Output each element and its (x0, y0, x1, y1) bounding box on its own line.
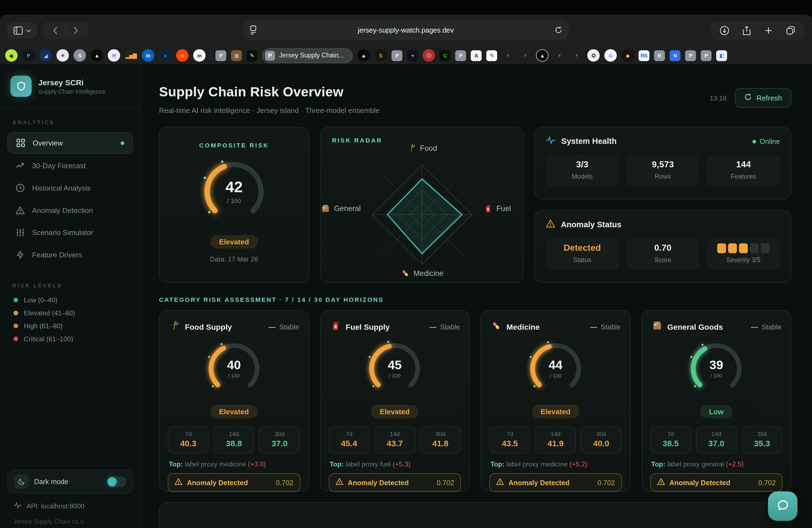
category-cards-row: Food Supply —Stable 40/ 100 Elevated 7d … (159, 310, 791, 491)
warning-triangle-icon (496, 478, 504, 487)
bookmark-favicon[interactable]: ⚡ (553, 49, 566, 62)
sidebar-item-30-day-forecast[interactable]: 30-Day Forecast (7, 156, 133, 176)
downloads-icon[interactable] (720, 26, 729, 35)
trend-icon (15, 161, 25, 171)
category-icon (491, 320, 502, 334)
top-driver-line: Top: label proxy general (+2.5) (650, 460, 782, 468)
legend-item: Elevated (41–60) (0, 307, 140, 320)
legend-dot-icon (14, 311, 18, 316)
bookmark-favicon[interactable]: P (23, 49, 35, 62)
horizon-tile-30d: 30d 37.0 (259, 426, 300, 453)
bookmark-favicon[interactable]: P (215, 50, 226, 61)
bookmark-favicon[interactable]: S (73, 49, 86, 62)
bookmark-favicon[interactable]: ▲ (91, 49, 103, 62)
sidebar-item-feature-drivers[interactable]: Feature Drivers (7, 245, 133, 265)
bookmark-favicon[interactable]: ♥ (407, 50, 418, 61)
bookmark-favicon[interactable]: in (142, 49, 155, 62)
bookmark-favicon[interactable]: ▲ (536, 49, 549, 62)
bookmark-favicon[interactable]: m (193, 49, 205, 62)
bookmark-favicon[interactable]: ✎ (487, 50, 497, 61)
bookmark-favicon[interactable]: A (470, 50, 481, 61)
stable-dash-icon: — (269, 323, 276, 331)
anomaly-status-card: Anomaly Status Detected Status 0.70 Scor… (534, 210, 791, 282)
bookmark-favicon[interactable]: C (440, 50, 450, 61)
bookmark-favicon[interactable]: ⚡ (502, 49, 514, 62)
horizon-tile-7d: 7d 40.3 (168, 426, 209, 453)
share-icon[interactable] (743, 26, 751, 35)
bookmark-favicon[interactable]: N (669, 50, 680, 61)
bookmark-favicon[interactable]: ✪ (587, 49, 599, 62)
forward-button[interactable] (69, 27, 82, 35)
category-gauge: 44/ 100 (526, 339, 586, 399)
dark-mode-switch[interactable] (106, 476, 126, 487)
legend-item: High (61–80) (0, 320, 140, 333)
dark-mode-toggle-row[interactable]: Dark mode (7, 470, 133, 494)
new-tab-icon[interactable] (765, 27, 773, 35)
top-driver-line: Top: label proxy fuel (+5.3) (329, 460, 461, 468)
bookmark-favicon[interactable]: ☹ (423, 49, 435, 62)
bookmark-favicon[interactable]: H (108, 49, 120, 62)
bookmark-favicon[interactable]: ▦ (231, 50, 242, 61)
legend-item: Low (0–40) (0, 294, 140, 307)
sidebar-toggle-button[interactable] (7, 23, 37, 39)
bookmark-favicon[interactable]: G (604, 49, 617, 62)
trend-indicator: —Stable (430, 323, 460, 331)
wheat-icon (407, 143, 417, 153)
risk-level-legend: Low (0–40)Elevated (41–60)High (61–80)Cr… (0, 294, 140, 346)
bookmark-favicon[interactable]: ✎ (247, 50, 257, 61)
reader-view-icon[interactable] (250, 25, 257, 35)
refresh-button[interactable]: Refresh (735, 88, 791, 108)
bookmark-favicon[interactable]: ☺ (176, 49, 189, 62)
tab-overview-icon[interactable] (786, 26, 795, 35)
category-card: Medicine —Stable 44/ 100 Elevated 7d 43.… (481, 310, 630, 491)
box-icon (320, 203, 330, 213)
bookmark-favicon[interactable]: P (455, 50, 466, 61)
bookmark-favicon[interactable]: ✳ (56, 49, 69, 62)
url-text: jersey-supply-watch.pages.dev (257, 26, 555, 34)
top-driver-line: Top: label proxy medicine (+5.2) (489, 460, 622, 468)
extinguisher-icon (483, 203, 493, 213)
bookmark-favicon[interactable]: ◢ (40, 49, 52, 62)
bookmark-favicon[interactable]: P (701, 50, 711, 61)
bookmark-favicon[interactable]: ◆ (621, 49, 634, 62)
reload-icon[interactable] (555, 26, 562, 34)
back-button[interactable] (48, 27, 62, 35)
app-root: Jersey SCRi Supply Chain Intelligence An… (0, 64, 812, 528)
chat-fab-button[interactable] (768, 491, 798, 521)
risk-radar-card: Risk Radar FoodFuelMedicineGeneral (320, 127, 524, 282)
active-tab-pill[interactable]: P Jersey Supply Chain... (262, 48, 353, 63)
bookmark-favicon[interactable]: ◗ (159, 49, 172, 62)
horizon-tile-30d: 30d 35.3 (742, 426, 782, 453)
bookmark-favicon[interactable]: RS (639, 50, 649, 61)
bookmark-favicon[interactable]: ◉ (5, 49, 18, 62)
moon-icon (14, 474, 29, 489)
sidebar-item-anomaly-detection[interactable]: Anomaly Detection (7, 200, 133, 221)
bookmark-favicon[interactable]: ⚡ (570, 49, 582, 62)
bookmark-favicon[interactable]: R (654, 50, 665, 61)
page-subtitle: Real-time AI risk intelligence · Jersey … (159, 106, 380, 114)
bookmark-favicon[interactable]: ⚡ (519, 49, 532, 62)
model-ensemble-card: Model Ensemble Architecture lgbm v1.0 ls… (159, 502, 791, 528)
api-endpoint-label: API: localhost:8000 (27, 502, 85, 510)
sidebar-item-overview[interactable]: Overview (7, 132, 133, 154)
category-status-badge: Elevated (210, 405, 258, 419)
clock-readout: 13:18 (710, 94, 727, 102)
bookmark-favicon[interactable]: P (392, 50, 402, 61)
app-subtitle: Supply Chain Intelligence (39, 88, 105, 95)
warning-triangle-icon (175, 478, 182, 487)
stat-tile-status: Detected Status (546, 238, 619, 270)
bookmark-favicon[interactable]: ▲ (358, 49, 370, 62)
bookmark-favicon[interactable]: P (685, 50, 696, 61)
bookmark-favicon[interactable]: ▂▅▇ (125, 49, 137, 62)
bookmark-favicon[interactable]: ◧ (716, 50, 727, 61)
bookmark-favicon[interactable]: S (375, 49, 387, 62)
sliders-icon (15, 228, 25, 237)
radar-axis-fuel: Fuel (483, 203, 511, 213)
sidebar-item-historical-analysis[interactable]: Historical Analysis (7, 178, 133, 198)
sidebar-item-scenario-simulator[interactable]: Scenario Simulator (7, 222, 133, 243)
address-bar[interactable]: jersey-supply-watch.pages.dev (243, 19, 569, 40)
severity-block (750, 243, 759, 253)
category-gauge: 45/ 100 (365, 339, 425, 399)
horizon-tiles: 7d 45.4 14d 43.7 30d 41.8 (329, 426, 461, 453)
stable-dash-icon: — (751, 323, 758, 331)
